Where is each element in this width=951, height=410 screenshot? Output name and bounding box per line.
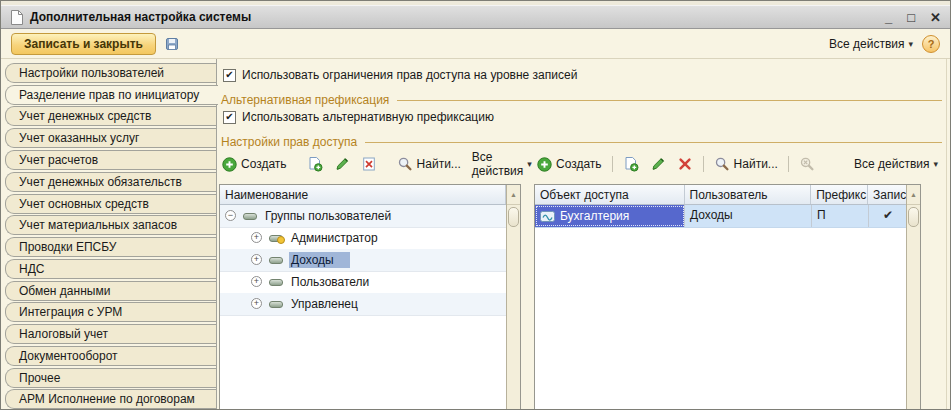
maximize-button[interactable]: □ bbox=[907, 11, 915, 24]
sidebar-divider bbox=[216, 59, 217, 409]
user-group-icon bbox=[243, 213, 257, 220]
access-scrollbar[interactable]: ▲ bbox=[906, 185, 920, 410]
selected-tree-item: Доходы bbox=[289, 252, 350, 268]
sidebar-tab-data-exchange[interactable]: Обмен данными bbox=[5, 281, 216, 301]
chevron-down-icon: ▾ bbox=[527, 159, 532, 169]
sidebar-tab-inventory[interactable]: Учет материальных запасов bbox=[5, 215, 216, 235]
save-icon[interactable] bbox=[164, 36, 180, 52]
column-header-access-object[interactable]: Объект доступа bbox=[535, 185, 685, 204]
user-group-icon bbox=[269, 257, 283, 264]
groups-copy-button[interactable] bbox=[304, 154, 326, 174]
records-cell[interactable]: ✔ bbox=[869, 205, 907, 227]
groups-all-actions-button[interactable]: Все действия ▾ bbox=[469, 148, 535, 180]
window-controls: _ □ ✕ bbox=[885, 11, 941, 24]
user-cell[interactable]: Доходы bbox=[685, 205, 812, 227]
scrollbar-thumb[interactable] bbox=[508, 207, 519, 227]
additional-system-settings-window: Дополнительная настройка системы _ □ ✕ З… bbox=[0, 0, 951, 410]
chevron-down-icon: ▾ bbox=[933, 159, 938, 169]
column-header-prefix[interactable]: Префикс bbox=[811, 185, 868, 204]
prefix-cell[interactable]: П bbox=[812, 205, 869, 227]
search-icon bbox=[397, 156, 413, 172]
access-table-row[interactable]: Бухгалтерия Доходы П ✔ bbox=[535, 205, 907, 228]
window-title: Дополнительная настройка системы bbox=[30, 10, 251, 24]
access-all-actions-button[interactable]: Все действия ▾ bbox=[851, 155, 941, 173]
access-create-button[interactable]: Создать bbox=[534, 155, 605, 174]
access-delete-button[interactable] bbox=[674, 154, 696, 174]
sidebar-tab-settlements[interactable]: Учет расчетов bbox=[5, 150, 216, 170]
alt-prefix-section-header: Альтернативная префиксация bbox=[221, 93, 942, 107]
sidebar-tab-epsbu-postings[interactable]: Проводки ЕПСБУ bbox=[5, 237, 216, 257]
column-header-user[interactable]: Пользователь bbox=[685, 185, 812, 204]
groups-edit-button[interactable] bbox=[331, 154, 353, 174]
access-find-button[interactable]: Найти... bbox=[711, 154, 781, 174]
expand-icon[interactable]: + bbox=[251, 276, 262, 287]
access-rights-section-header: Настройки прав доступа bbox=[221, 135, 942, 149]
access-cancel-find-button[interactable] bbox=[796, 154, 818, 174]
user-groups-panel: Наименование − Группы пользователей + Ад… bbox=[219, 184, 521, 410]
expand-icon[interactable]: + bbox=[251, 254, 262, 265]
access-table-header: Объект доступа Пользователь Префикс Запи… bbox=[535, 185, 906, 205]
help-button[interactable]: ? bbox=[922, 35, 940, 53]
sidebar-tab-monetary-obligations[interactable]: Учет денежных обязательств bbox=[5, 172, 216, 192]
command-bar: Записать и закрыть Все действия ▾ ? bbox=[1, 30, 950, 59]
sidebar-tab-cash-accounting[interactable]: Учет денежных средств bbox=[5, 106, 216, 126]
sidebar-tab-fixed-assets[interactable]: Учет основных средств bbox=[5, 194, 216, 214]
copy-icon bbox=[623, 156, 639, 172]
command-bar-right: Все действия ▾ ? bbox=[829, 35, 940, 53]
tree-row-administrator[interactable]: + Администратор bbox=[220, 227, 506, 250]
scroll-up-icon[interactable]: ▲ bbox=[507, 185, 520, 205]
register-icon bbox=[540, 211, 555, 222]
form-all-actions-button[interactable]: Все действия ▾ bbox=[829, 37, 913, 51]
content-right-edge bbox=[946, 59, 947, 409]
column-header-name[interactable]: Наименование bbox=[220, 185, 506, 204]
access-copy-button[interactable] bbox=[620, 154, 642, 174]
expand-icon[interactable]: + bbox=[251, 232, 262, 243]
badge-dot-icon bbox=[277, 236, 285, 244]
copy-icon bbox=[307, 156, 323, 172]
close-button[interactable]: ✕ bbox=[930, 11, 941, 24]
groups-create-button[interactable]: Создать bbox=[219, 155, 290, 174]
scrollbar-thumb[interactable] bbox=[908, 207, 919, 227]
document-icon bbox=[10, 10, 23, 25]
alt-prefix-checkbox[interactable]: ✔ Использовать альтернативную префиксаци… bbox=[223, 110, 494, 124]
tree-row-users[interactable]: + Пользователи bbox=[220, 271, 506, 294]
delete-x-icon bbox=[677, 156, 693, 172]
sidebar-tab-arm-contracts[interactable]: АРМ Исполнение по договорам bbox=[5, 389, 216, 409]
pencil-icon bbox=[334, 156, 350, 172]
groups-table-header: Наименование bbox=[220, 185, 506, 205]
sidebar-tab-other[interactable]: Прочее bbox=[5, 368, 216, 388]
cancel-search-icon bbox=[799, 156, 815, 172]
groups-delete-button[interactable] bbox=[358, 154, 380, 174]
sidebar-tab-tax-accounting[interactable]: Налоговый учет bbox=[5, 324, 216, 344]
expand-icon[interactable]: + bbox=[251, 298, 262, 309]
sidebar-tab-rights-by-initiator[interactable]: Разделение прав по инициатору bbox=[5, 85, 218, 105]
access-toolbar: Создать Найти... Все действия ▾ bbox=[534, 152, 941, 176]
user-group-icon bbox=[269, 301, 283, 308]
add-icon bbox=[222, 157, 237, 172]
groups-find-button[interactable]: Найти... bbox=[394, 154, 464, 174]
scroll-up-icon[interactable]: ▲ bbox=[907, 185, 920, 205]
groups-scrollbar[interactable]: ▲ bbox=[506, 185, 520, 410]
sidebar-tab-user-settings[interactable]: Настройки пользователей bbox=[5, 63, 216, 83]
collapse-icon[interactable]: − bbox=[225, 210, 236, 221]
minimize-button[interactable]: _ bbox=[885, 11, 892, 24]
sidebar-tab-document-flow[interactable]: Документооборот bbox=[5, 346, 216, 366]
column-header-records[interactable]: Запис bbox=[868, 185, 906, 204]
save-and-close-button[interactable]: Записать и закрыть bbox=[11, 33, 156, 55]
tree-row-manager[interactable]: + Управленец bbox=[220, 293, 506, 316]
checkbox-check-icon: ✔ bbox=[223, 69, 236, 82]
pencil-icon bbox=[650, 156, 666, 172]
access-object-cell[interactable]: Бухгалтерия bbox=[535, 205, 685, 227]
tree-row-incomes[interactable]: + Доходы bbox=[220, 249, 506, 272]
sidebar-tab-urm-integration[interactable]: Интеграция с УРМ bbox=[5, 302, 216, 322]
checkbox-check-icon: ✔ bbox=[223, 111, 236, 124]
search-icon bbox=[714, 156, 730, 172]
groups-toolbar: Создать Найти... Все действия ▾ bbox=[219, 152, 521, 176]
tree-row-user-groups[interactable]: − Группы пользователей bbox=[220, 205, 506, 228]
access-edit-button[interactable] bbox=[647, 154, 669, 174]
user-group-icon bbox=[269, 279, 283, 286]
sidebar-tab-services[interactable]: Учет оказанных услуг bbox=[5, 128, 216, 148]
sidebar-tab-vat[interactable]: НДС bbox=[5, 259, 216, 279]
record-level-restrictions-checkbox[interactable]: ✔ Использовать ограничения прав доступа … bbox=[223, 68, 577, 82]
title-bar: Дополнительная настройка системы _ □ ✕ bbox=[1, 5, 950, 29]
